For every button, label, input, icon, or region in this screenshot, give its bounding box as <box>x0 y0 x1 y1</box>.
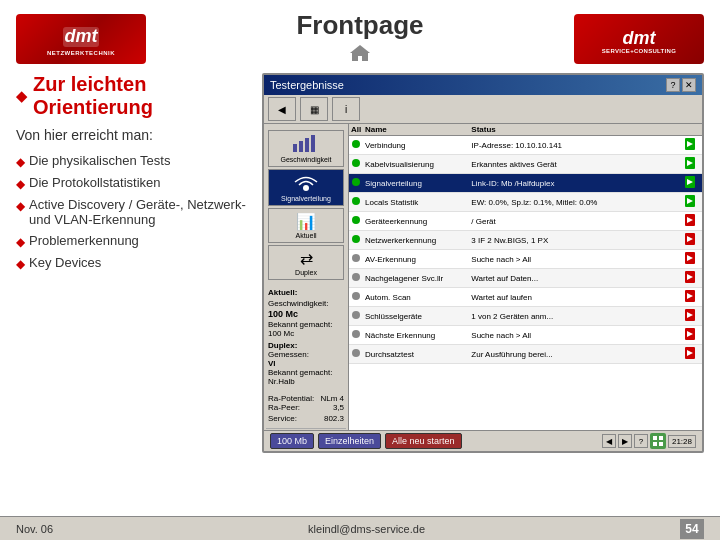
nav-duplex[interactable]: ⇄ Duplex <box>268 245 344 280</box>
row-status: Zur Ausführung berei... <box>471 350 684 359</box>
dialog-window: Testergebnisse ? ✕ ◀ ▦ i Geschwindigkeit <box>262 73 704 453</box>
speed-button[interactable]: 100 Mb <box>270 433 314 449</box>
list-bullet: ◆ <box>16 177 25 191</box>
table-row[interactable]: Geräteerkennung / Gerät <box>349 212 702 231</box>
list-item: ◆ Die Protokollstatistiken <box>16 175 246 191</box>
table-row[interactable]: Netzwerkerkennung 3 IF 2 Nw.BIGS, 1 PX <box>349 231 702 250</box>
table-row[interactable]: Schlüsselgeräte 1 von 2 Geräten anm... <box>349 307 702 326</box>
row-status-icon <box>351 348 365 360</box>
row-status-icon <box>351 291 365 303</box>
footer-page-number: 54 <box>680 519 704 539</box>
row-name: Signalverteilung <box>365 179 471 188</box>
svg-point-36 <box>352 311 360 319</box>
svg-point-30 <box>352 273 360 281</box>
row-status: Link-ID: Mb /Halfduplex <box>471 179 684 188</box>
intro-text: Von hier erreicht man: <box>16 127 246 143</box>
table-row[interactable]: Nachgelagener Svc.llr Wartet auf Daten..… <box>349 269 702 288</box>
row-action-btn[interactable] <box>684 156 700 172</box>
footer-date: Nov. 06 <box>16 523 53 535</box>
dialog-help-button[interactable]: ? <box>666 78 680 92</box>
row-status-icon <box>351 310 365 322</box>
details-button[interactable]: Einzelheiten <box>318 433 381 449</box>
page-title: Frontpage <box>296 10 423 41</box>
row-status-icon <box>351 272 365 284</box>
table-row[interactable]: Locals Statistik EW: 0.0%, Sp.lz: 0.1%, … <box>349 193 702 212</box>
svg-marker-2 <box>350 45 370 61</box>
table-row[interactable]: Durchsatztest Zur Ausführung berei... <box>349 345 702 364</box>
nav-geschwindigkeit[interactable]: Geschwindigkeit <box>268 130 344 167</box>
row-action-btn[interactable] <box>684 346 700 362</box>
svg-point-9 <box>352 140 360 148</box>
table-row[interactable]: Autom. Scan Wartet auf laufen <box>349 288 702 307</box>
row-status-icon <box>351 158 365 170</box>
svg-point-18 <box>352 197 360 205</box>
ra-peer-value: 3,5 <box>333 403 344 412</box>
aktuell-label: Aktuell: <box>268 288 344 297</box>
svg-point-24 <box>352 235 360 243</box>
row-action-btn[interactable] <box>684 289 700 305</box>
table-row[interactable]: Verbindung IP-Adresse: 10.10.10.141 <box>349 136 702 155</box>
row-action-btn[interactable] <box>684 175 700 191</box>
home-icon <box>348 43 372 63</box>
list-text: Key Devices <box>29 255 101 271</box>
dialog-toolbar: ◀ ▦ i <box>264 95 702 124</box>
row-name: Schlüsselgeräte <box>365 312 471 321</box>
subtitle-text: Zur leichten Orientierung <box>33 73 246 119</box>
svg-text:dmt: dmt <box>64 26 98 46</box>
toolbar-grid-button[interactable]: ▦ <box>300 97 328 121</box>
svg-point-27 <box>352 254 360 262</box>
nav-next-button[interactable]: ▶ <box>618 434 632 448</box>
svg-point-33 <box>352 292 360 300</box>
list-text: Active Discovery / Geräte-, Netzwerk- un… <box>29 197 246 227</box>
row-action-btn[interactable] <box>684 137 700 153</box>
geschw-label: Geschwindigkeit: <box>268 299 328 308</box>
row-action-btn[interactable] <box>684 270 700 286</box>
list-text: Die Protokollstatistiken <box>29 175 161 191</box>
row-action-btn[interactable] <box>684 194 700 210</box>
restart-button[interactable]: Alle neu starten <box>385 433 462 449</box>
nav-prev-button[interactable]: ◀ <box>602 434 616 448</box>
help-button[interactable]: ? <box>634 434 648 448</box>
row-status: / Gerät <box>471 217 684 226</box>
list-bullet: ◆ <box>16 257 25 271</box>
row-action-btn[interactable] <box>684 251 700 267</box>
row-name: Verbindung <box>365 141 471 150</box>
table-row[interactable]: Nächste Erkennung Suche nach > All <box>349 326 702 345</box>
row-action-btn[interactable] <box>684 327 700 343</box>
ra-section: Ra-Potential: NLm 4 Ra-Peer: 3,5 Service… <box>266 392 346 425</box>
row-status: Suche nach > All <box>471 255 684 264</box>
nav-aktuell[interactable]: 📊 Aktuell <box>268 208 344 243</box>
row-status-icon <box>351 329 365 341</box>
nav-signalverteilung[interactable]: Signalverteilung <box>268 169 344 206</box>
svg-rect-7 <box>311 135 315 152</box>
row-action-btn[interactable] <box>684 232 700 248</box>
row-status-icon <box>351 177 365 189</box>
table-row[interactable]: AV-Erkennung Suche nach > All <box>349 250 702 269</box>
dialog-statusbar: 100 Mb Einzelheiten Alle neu starten ◀ ▶… <box>264 430 702 451</box>
system-tray <box>650 433 666 449</box>
row-action-btn[interactable] <box>684 308 700 324</box>
table-row[interactable]: Kabelvisualisierung Erkanntes aktives Ge… <box>349 155 702 174</box>
toolbar-back-button[interactable]: ◀ <box>268 97 296 121</box>
row-action-btn[interactable] <box>684 213 700 229</box>
duplex-label: Duplex: <box>268 341 344 350</box>
row-status-icon <box>351 234 365 246</box>
table-row[interactable]: Signalverteilung Link-ID: Mb /Halfduplex <box>349 174 702 193</box>
svg-rect-4 <box>293 144 297 152</box>
col-name: Name <box>365 125 471 134</box>
ra-potential-label: Ra-Potential: <box>268 394 314 403</box>
nav-label: Geschwindigkeit <box>272 156 340 163</box>
row-status: Suche nach > All <box>471 331 684 340</box>
subtitle-bullet: ◆ <box>16 88 27 104</box>
logo-right: dmt SERVICE+CONSULTING <box>574 14 704 64</box>
toolbar-info-button[interactable]: i <box>332 97 360 121</box>
list-bullet: ◆ <box>16 155 25 169</box>
dialog-close-button[interactable]: ✕ <box>682 78 696 92</box>
logo-left: dmt NETZWERKTECHNIK <box>16 14 146 64</box>
row-status: Wartet auf Daten... <box>471 274 684 283</box>
list-text: Problemerkennung <box>29 233 139 249</box>
row-status: EW: 0.0%, Sp.lz: 0.1%, Mitlel: 0.0% <box>471 198 684 207</box>
row-name: Autom. Scan <box>365 293 471 302</box>
row-status-icon <box>351 196 365 208</box>
list-bullet: ◆ <box>16 235 25 249</box>
